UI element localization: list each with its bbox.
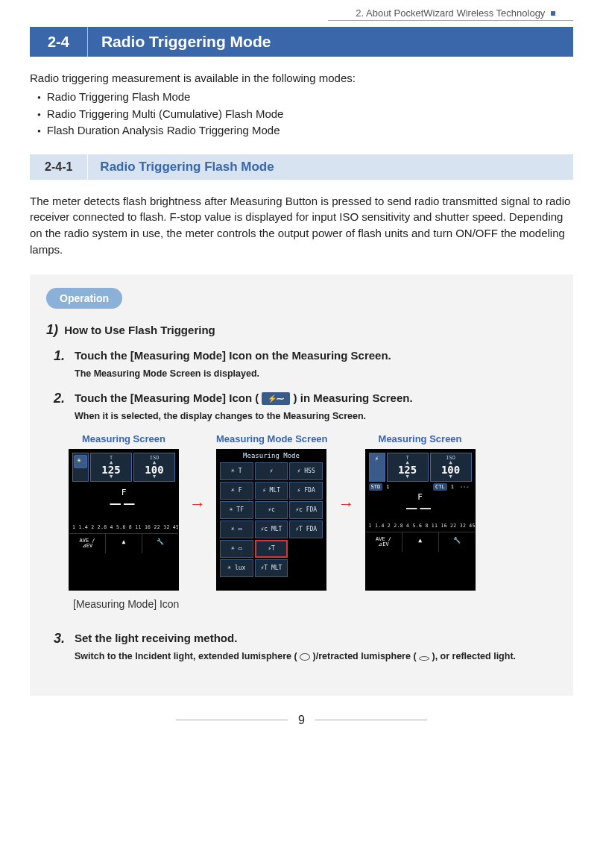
screen-label: Measuring Screen bbox=[365, 433, 476, 444]
flow-arrow-icon: → bbox=[335, 494, 358, 529]
device-measuring-screen: T ▲ 125 ▼ ISO ▲ 100 ▼ bbox=[69, 449, 179, 591]
section-header-bar: 2-4 Radio Triggering Mode bbox=[30, 27, 573, 57]
step-number: 3. bbox=[54, 631, 70, 647]
step-subtext: The Measuring Mode Screen is displayed. bbox=[75, 368, 557, 379]
operation-heading-text: How to Use Flash Triggering bbox=[64, 324, 215, 336]
mode-cell: ⚡ HSS bbox=[289, 462, 323, 480]
mode-cell: ☀ TF bbox=[220, 501, 253, 519]
breadcrumb-text: 2. About PocketWizard Wireless Technolog… bbox=[356, 7, 545, 19]
screen-column: Measuring Screen ⚡ T ▲ 125 ▼ ISO bbox=[365, 433, 476, 591]
mode-cell: ☀ ▭ bbox=[220, 540, 253, 558]
section-number: 2-4 bbox=[30, 27, 88, 57]
memory-button: ▲ bbox=[106, 534, 142, 553]
screen-label: Measuring Mode Screen bbox=[216, 433, 328, 444]
down-arrow-icon: ▼ bbox=[431, 475, 471, 479]
screen-column: Measuring Mode Screen Measuring Mode ☀ T… bbox=[216, 433, 328, 591]
page-number: 9 bbox=[298, 714, 305, 726]
subsection-number: 2-4-1 bbox=[30, 154, 88, 180]
ave-ev-button: AVE / ⊿EV bbox=[366, 532, 402, 552]
page-footer: 9 bbox=[30, 714, 573, 742]
screen-label: Measuring Screen bbox=[69, 433, 179, 444]
mode-cell: ⚡c MLT bbox=[255, 521, 288, 538]
step-number: 1. bbox=[54, 348, 70, 364]
extended-lumisphere-icon bbox=[300, 653, 310, 661]
tools-button: 🔧 bbox=[142, 534, 178, 553]
mode-icon-cell: ⚡ bbox=[369, 453, 385, 482]
step-number: 2. bbox=[54, 391, 70, 406]
breadcrumb: 2. About PocketWizard Wireless Technolog… bbox=[30, 7, 573, 19]
operation-panel: Operation 1) How to Use Flash Triggering… bbox=[30, 274, 573, 696]
device-measuring-screen-result: ⚡ T ▲ 125 ▼ ISO ▲ 100 ▼ bbox=[365, 449, 476, 591]
mode-item: Radio Triggering Multi (Cumulative) Flas… bbox=[37, 106, 573, 123]
aperture-scale: 1 1.4 2 2.8 4 5.6 8 11 16 22 32 45 64 90 bbox=[69, 524, 178, 530]
down-arrow-icon: ▼ bbox=[388, 475, 428, 479]
step-sub-before: Switch to the Incident light, extended l… bbox=[75, 651, 300, 661]
mode-grid: ☀ T ⚡ ⚡ HSS ☀ F ⚡ MLT ⚡ FDA ☀ TF ⚡c ⚡c F… bbox=[217, 459, 326, 580]
mode-icon-cell bbox=[72, 453, 89, 482]
step-row: 2. Touch the [Measuring Mode] Icon ( ⚡⁓ … bbox=[54, 391, 557, 406]
mode-cell: ⚡ bbox=[255, 462, 288, 480]
mode-cell: ⚡c bbox=[255, 501, 288, 519]
step-title: Set the light receiving method. bbox=[75, 631, 237, 647]
screens-row: Measuring Screen T ▲ 125 ▼ ISO bbox=[69, 433, 557, 591]
aperture-scale: 1 1.4 2 2.8 4 5.6 8 11 16 22 32 45 64 90 bbox=[366, 523, 475, 529]
breadcrumb-divider bbox=[328, 20, 573, 21]
mode-cell: ☀ T bbox=[220, 462, 253, 480]
flow-arrow-icon: → bbox=[186, 494, 209, 529]
iso-cell: ISO ▲ 100 ▼ bbox=[430, 453, 472, 482]
mode-screen-title: Measuring Mode bbox=[217, 450, 326, 459]
mode-cell: ⚡ MLT bbox=[255, 482, 288, 500]
mode-cell-selected: ⚡T bbox=[255, 540, 288, 558]
intro-text: Radio triggering measurement is availabl… bbox=[30, 70, 573, 86]
ctl-dashes: --- bbox=[458, 483, 472, 491]
step-subtext: When it is selected, the display changes… bbox=[75, 411, 557, 421]
step-title-before: Touch the [Measuring Mode] Icon ( bbox=[75, 391, 262, 404]
down-arrow-icon: ▼ bbox=[91, 475, 131, 479]
subsection-title: Radio Triggering Flash Mode bbox=[88, 154, 285, 180]
step-sub-after: ), or reflected light. bbox=[432, 651, 517, 661]
ave-ev-button: AVE / ⊿EV bbox=[69, 534, 106, 553]
ctl-num: 1 bbox=[449, 483, 456, 491]
footer-line-left bbox=[176, 720, 288, 720]
step-row: 3. Set the light receiving method. bbox=[54, 631, 557, 647]
mode-cell: ⚡c FDA bbox=[289, 501, 323, 519]
mode-cell: ☀ F bbox=[220, 482, 253, 500]
step-sub-mid: )/retracted lumisphere ( bbox=[313, 651, 419, 661]
mode-cell: ⚡T MLT bbox=[255, 559, 288, 577]
mode-cell: ☀ lux bbox=[220, 559, 253, 577]
operation-heading-num: 1) bbox=[46, 322, 58, 337]
f-value-dashes: –– bbox=[366, 497, 475, 523]
device-bottom-bar: AVE / ⊿EV ▲ 🔧 bbox=[69, 533, 178, 553]
mode-cell: ☀ ▭ bbox=[220, 521, 253, 538]
f-value-dashes: –– bbox=[69, 493, 178, 524]
t-cell: T ▲ 125 ▼ bbox=[90, 453, 132, 482]
operation-pill: Operation bbox=[46, 288, 122, 309]
device-bottom-bar: AVE / ⊿EV ▲ 🔧 bbox=[366, 532, 475, 552]
mode-item: Flash Duration Analysis Radio Triggering… bbox=[37, 122, 573, 139]
step-title: Touch the [Measuring Mode] Icon on the M… bbox=[75, 348, 391, 364]
mode-item: Radio Triggering Flash Mode bbox=[37, 89, 573, 106]
radio-mode-icon: ⚡⁓ bbox=[262, 392, 290, 406]
mode-cell: ⚡T FDA bbox=[289, 521, 323, 538]
std-ctl-row: STD 1 CTL 1 --- bbox=[366, 483, 475, 492]
step-title-after: ) in Measuring Screen. bbox=[294, 391, 413, 404]
ctl-badge: CTL bbox=[433, 483, 447, 491]
memory-button: ▲ bbox=[402, 532, 439, 552]
channel-num: 1 bbox=[384, 483, 391, 491]
tools-button: 🔧 bbox=[439, 532, 475, 552]
retracted-lumisphere-icon bbox=[419, 656, 429, 661]
t-cell: T ▲ 125 ▼ bbox=[387, 453, 429, 482]
step-title: Touch the [Measuring Mode] Icon ( ⚡⁓ ) i… bbox=[75, 391, 413, 406]
step-subtext: Switch to the Incident light, extended l… bbox=[75, 651, 557, 661]
std-badge: STD bbox=[369, 483, 383, 491]
mode-icon-caption: [Measuring Mode] Icon bbox=[73, 598, 557, 610]
device-mode-screen: Measuring Mode ☀ T ⚡ ⚡ HSS ☀ F ⚡ MLT ⚡ F… bbox=[216, 449, 326, 591]
footer-line-right bbox=[315, 720, 427, 720]
mode-cell: ⚡ FDA bbox=[289, 482, 323, 500]
mode-list: Radio Triggering Flash Mode Radio Trigge… bbox=[30, 89, 573, 139]
operation-heading: 1) How to Use Flash Triggering bbox=[46, 322, 557, 338]
subsection-header-bar: 2-4-1 Radio Triggering Flash Mode bbox=[30, 154, 573, 180]
description-paragraph: The meter detects flash brightness after… bbox=[30, 193, 573, 258]
screen-column: Measuring Screen T ▲ 125 ▼ ISO bbox=[69, 433, 179, 591]
iso-cell: ISO ▲ 100 ▼ bbox=[133, 453, 175, 482]
